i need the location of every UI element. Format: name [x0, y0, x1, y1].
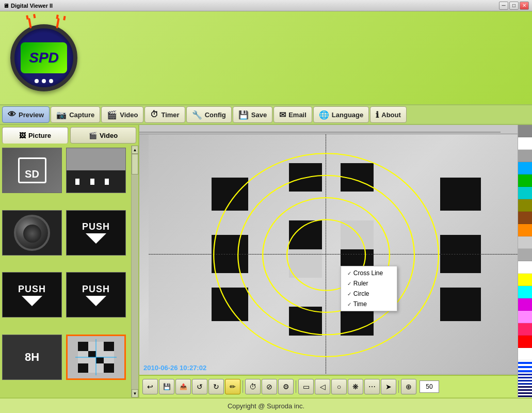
swatch-8[interactable] — [518, 224, 532, 236]
tool-pencil[interactable]: ✏ — [225, 379, 240, 394]
context-crossline-label: Cross Line — [353, 269, 383, 277]
swatch-15[interactable] — [518, 311, 532, 323]
swatch-1[interactable] — [518, 137, 532, 150]
thumbnail-grid: SD — [0, 146, 131, 398]
context-menu[interactable]: ✓ Cross Line ✓ Ruler ✓ Circle ✓ Time — [341, 266, 397, 311]
context-circle[interactable]: ✓ Circle — [341, 289, 397, 299]
svg-rect-7 — [88, 357, 96, 363]
scroll-up-button[interactable]: ▲ — [132, 146, 138, 154]
tool-undo[interactable]: ↩ — [142, 379, 158, 394]
swatch-4[interactable] — [518, 174, 532, 187]
thumbnail-target[interactable] — [66, 335, 126, 380]
image-area[interactable]: ✓ Cross Line ✓ Ruler ✓ Circle ✓ Time — [139, 125, 518, 398]
menu-timer[interactable]: ⏱ Timer — [144, 106, 185, 123]
thumbnail-push2[interactable]: PUSH — [2, 272, 62, 317]
swatch-6[interactable] — [518, 199, 532, 212]
main-content: 🖼 Picture 🎬 Video SD — [0, 125, 532, 398]
tab-picture[interactable]: 🖼 Picture — [2, 127, 68, 144]
swatch-18[interactable] — [518, 348, 532, 360]
scroll-down-button[interactable]: ▼ — [132, 389, 138, 398]
video-label: Video — [120, 111, 138, 119]
thumbnail-8h[interactable]: 8H — [2, 335, 62, 380]
crosshair-icon: ⊕ — [406, 383, 412, 391]
thumbnail-road[interactable] — [66, 148, 126, 193]
logo-label: SPD — [29, 50, 59, 66]
menu-video[interactable]: 🎬 Video — [101, 106, 143, 123]
close-button[interactable]: ✕ — [520, 2, 529, 10]
tool-export[interactable]: 📤 — [175, 379, 191, 394]
sidebar-scrollbar: ▲ ▼ — [131, 146, 138, 398]
tool-crosshair[interactable]: ⊕ — [401, 379, 416, 394]
tool-angle[interactable]: ◁ — [315, 379, 330, 394]
tab-video[interactable]: 🎬 Video — [70, 127, 136, 144]
swatch-stripe3[interactable] — [518, 385, 532, 398]
sidebar-tabs: 🖼 Picture 🎬 Video — [0, 125, 138, 146]
tool-rotate-right[interactable]: ↻ — [208, 379, 224, 394]
target-svg — [75, 339, 117, 375]
menu-bar: 👁 Preview 📷 Capture 🎬 Video ⏱ Timer 🔧 Co… — [0, 104, 532, 125]
video-tab-icon: 🎬 — [89, 132, 97, 139]
timestamp: 2010-06-26 10:27:02 — [143, 364, 206, 372]
swatch-2[interactable] — [518, 150, 532, 162]
sidebar-inner: SD — [0, 146, 138, 398]
microscope-view: ✓ Cross Line ✓ Ruler ✓ Circle ✓ Time — [139, 125, 518, 398]
tool-rectangle[interactable]: ▭ — [298, 379, 314, 394]
swatch-5[interactable] — [518, 187, 532, 199]
maximize-button[interactable]: □ — [509, 2, 519, 10]
push-arrow-3 — [86, 296, 106, 306]
menu-language[interactable]: 🌐 Language — [313, 106, 369, 123]
swatch-14[interactable] — [518, 298, 532, 311]
swatch-11[interactable] — [518, 261, 532, 274]
context-ruler[interactable]: ✓ Ruler — [341, 278, 397, 289]
tool-gear[interactable]: ⚙ — [278, 379, 294, 394]
tool-clock[interactable]: ⏱ — [245, 379, 261, 394]
tool-circle[interactable]: ○ — [331, 379, 347, 394]
circle-tool-icon: ○ — [337, 383, 341, 391]
menu-about[interactable]: ℹ About — [370, 106, 407, 123]
tool-nosign[interactable]: ⊘ — [262, 379, 277, 394]
tool-dots[interactable]: ⋯ — [364, 379, 380, 394]
capture-label: Capture — [69, 111, 94, 119]
swatch-7[interactable] — [518, 212, 532, 224]
context-time[interactable]: ✓ Time — [341, 299, 397, 309]
thumbnail-lens[interactable] — [2, 210, 62, 256]
menu-capture[interactable]: 📷 Capture — [51, 106, 100, 123]
svg-rect-1 — [78, 342, 88, 351]
ruler-top — [139, 125, 518, 134]
menu-email[interactable]: ✉ Email — [273, 106, 312, 123]
thumbnail-push3[interactable]: PUSH — [66, 272, 126, 317]
thumbnail-push1[interactable]: PUSH — [66, 210, 126, 256]
tool-rotate-left[interactable]: ↺ — [192, 379, 207, 394]
swatch-12[interactable] — [518, 274, 532, 286]
check-circle: ✓ — [347, 291, 351, 297]
context-crossline[interactable]: ✓ Cross Line — [341, 268, 397, 278]
swatch-9[interactable] — [518, 236, 532, 249]
swatch-0[interactable] — [518, 125, 532, 137]
tool-arrow[interactable]: ➤ — [381, 379, 396, 394]
minimize-button[interactable]: ─ — [499, 2, 508, 10]
menu-save[interactable]: 💾 Save — [233, 106, 272, 123]
swatch-3[interactable] — [518, 162, 532, 174]
video-tab-label: Video — [100, 132, 118, 139]
swatch-16[interactable] — [518, 323, 532, 336]
swatch-13[interactable] — [518, 286, 532, 298]
swatch-stripe1[interactable] — [518, 360, 532, 373]
menu-config[interactable]: 🔧 Config — [186, 106, 232, 123]
capture-icon: 📷 — [56, 110, 67, 120]
scroll-thumb[interactable] — [132, 154, 138, 174]
tool-blob[interactable]: ❋ — [348, 379, 363, 394]
gear-icon: ⚙ — [283, 383, 289, 391]
menu-preview[interactable]: 👁 Preview — [2, 106, 50, 123]
tool-save-img[interactable]: 💾 — [159, 379, 174, 394]
swatch-stripe2[interactable] — [518, 373, 532, 385]
swatch-10[interactable] — [518, 249, 532, 261]
header-area: SPD — [0, 11, 532, 104]
push-arrow-2 — [22, 296, 42, 306]
push-arrow-1 — [86, 233, 106, 244]
undo-icon: ↩ — [147, 383, 153, 391]
measure-input[interactable] — [420, 380, 439, 393]
thumbnail-sd[interactable]: SD — [2, 148, 62, 193]
scroll-track — [132, 154, 138, 389]
swatch-17[interactable] — [518, 336, 532, 348]
language-label: Language — [332, 111, 363, 119]
